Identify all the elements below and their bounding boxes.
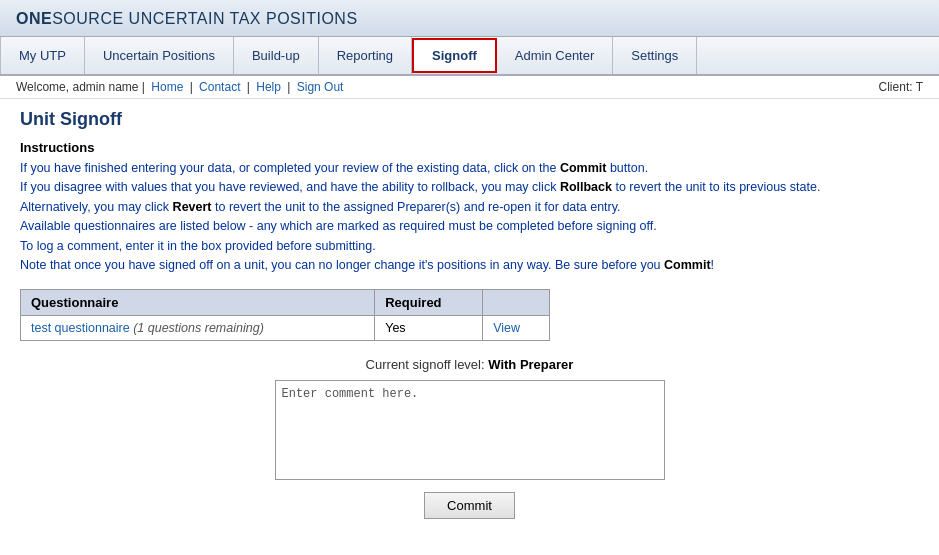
instructions-heading: Instructions xyxy=(20,140,919,155)
main-content: Unit Signoff Instructions If you have fi… xyxy=(0,99,939,539)
sub-header: Welcome, admin name | Home | Contact | H… xyxy=(0,76,939,99)
col-action xyxy=(483,290,550,316)
instruction-line: If you have finished entering your data,… xyxy=(20,159,919,178)
questionnaire-required: Yes xyxy=(375,316,483,341)
col-questionnaire: Questionnaire xyxy=(21,290,375,316)
nav-item-build-up[interactable]: Build-up xyxy=(234,37,319,74)
nav-item-uncertain-positions[interactable]: Uncertain Positions xyxy=(85,37,234,74)
app-header: ONESOURCE UNCERTAIN TAX POSITIONS xyxy=(0,0,939,37)
nav-item-reporting[interactable]: Reporting xyxy=(319,37,412,74)
home-link[interactable]: Home xyxy=(151,80,183,94)
signoff-level: Current signoff level: With Preparer xyxy=(20,357,919,372)
questionnaire-name: test questionnaire xyxy=(31,321,130,335)
signoff-level-value: With Preparer xyxy=(488,357,573,372)
welcome-text: Welcome, admin name xyxy=(16,80,139,94)
nav-item-admin-center[interactable]: Admin Center xyxy=(497,37,613,74)
nav-bar: My UTPUncertain PositionsBuild-upReporti… xyxy=(0,37,939,76)
page-title: Unit Signoff xyxy=(20,109,919,130)
commit-btn-wrapper: Commit xyxy=(20,492,919,519)
commit-button[interactable]: Commit xyxy=(424,492,515,519)
instructions-text: If you have finished entering your data,… xyxy=(20,159,919,275)
instruction-line: To log a comment, enter it in the box pr… xyxy=(20,237,919,256)
contact-link[interactable]: Contact xyxy=(199,80,240,94)
comment-textarea[interactable] xyxy=(275,380,665,480)
instruction-line: Alternatively, you may click Revert to r… xyxy=(20,198,919,217)
client-label: Client: T xyxy=(879,80,923,94)
nav-item-settings[interactable]: Settings xyxy=(613,37,697,74)
instruction-line: Note that once you have signed off on a … xyxy=(20,256,919,275)
nav-item-my-utp[interactable]: My UTP xyxy=(0,37,85,74)
help-link[interactable]: Help xyxy=(256,80,281,94)
questionnaire-remaining: (1 questions remaining) xyxy=(133,321,264,335)
welcome-area: Welcome, admin name | Home | Contact | H… xyxy=(16,80,346,94)
signoff-level-label: Current signoff level: xyxy=(366,357,485,372)
title-one: ONE xyxy=(16,10,52,27)
table-row: test questionnaire (1 questions remainin… xyxy=(21,316,550,341)
instruction-line: Available questionnaires are listed belo… xyxy=(20,217,919,236)
col-required: Required xyxy=(375,290,483,316)
instructions-section: Instructions If you have finished enteri… xyxy=(20,140,919,275)
signout-link[interactable]: Sign Out xyxy=(297,80,344,94)
questionnaire-view-link[interactable]: View xyxy=(493,321,520,335)
nav-item-signoff[interactable]: Signoff xyxy=(412,38,497,73)
instruction-line: If you disagree with values that you hav… xyxy=(20,178,919,197)
comment-area-wrapper xyxy=(20,380,919,480)
title-rest: SOURCE UNCERTAIN TAX POSITIONS xyxy=(52,10,357,27)
app-title: ONESOURCE UNCERTAIN TAX POSITIONS xyxy=(16,10,923,28)
questionnaire-table: Questionnaire Required test questionnair… xyxy=(20,289,550,341)
